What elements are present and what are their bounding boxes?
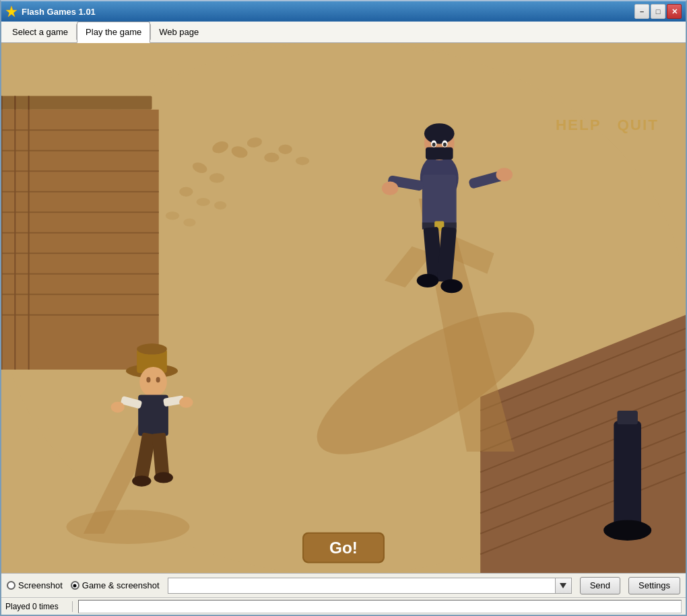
svg-point-55	[432, 143, 436, 147]
svg-rect-3	[1, 96, 152, 110]
svg-point-40	[214, 201, 226, 209]
svg-point-78	[179, 397, 193, 408]
svg-point-39	[197, 198, 210, 206]
svg-point-51	[424, 123, 455, 143]
svg-point-38	[179, 187, 193, 197]
main-window: Flash Games 1.01 – □ ✕ Select a game Pla…	[0, 0, 687, 616]
svg-point-48	[67, 510, 190, 544]
svg-point-77	[111, 402, 125, 413]
svg-marker-0	[6, 6, 17, 17]
settings-button[interactable]: Settings	[628, 577, 680, 594]
game-area[interactable]: HELP QUIT Go!	[1, 43, 686, 573]
menu-select-game[interactable]: Select a game	[4, 22, 76, 42]
svg-point-70	[137, 343, 167, 354]
svg-point-42	[183, 218, 195, 226]
svg-point-82	[154, 472, 173, 483]
status-input[interactable]	[78, 600, 682, 613]
played-text: Played 0 times	[5, 602, 67, 611]
svg-marker-91	[560, 583, 566, 588]
game-screenshot-label: Game & screenshot	[82, 580, 160, 590]
dropdown-wrap	[168, 578, 572, 594]
menu-bar: Select a game Play the game Web page	[1, 22, 686, 43]
status-divider	[72, 601, 73, 612]
status-bar: Played 0 times	[1, 597, 686, 615]
svg-point-37	[209, 173, 224, 182]
screenshot-label: Screenshot	[18, 580, 63, 590]
svg-point-35	[296, 157, 309, 165]
svg-point-73	[156, 377, 160, 382]
svg-rect-85	[617, 411, 637, 424]
maximize-button[interactable]: □	[651, 4, 665, 19]
svg-text:QUIT: QUIT	[617, 116, 659, 133]
svg-point-41	[166, 211, 179, 219]
svg-text:HELP: HELP	[556, 116, 601, 133]
minimize-button[interactable]: –	[634, 4, 649, 19]
svg-text:Go!: Go!	[329, 539, 358, 557]
screenshot-radio-circle[interactable]	[7, 581, 15, 590]
svg-rect-52	[426, 147, 453, 160]
svg-point-34	[278, 145, 292, 154]
title-bar: Flash Games 1.01 – □ ✕	[1, 1, 686, 22]
screenshot-radio[interactable]: Screenshot	[7, 580, 63, 590]
game-dropdown[interactable]	[168, 578, 556, 594]
svg-point-66	[417, 274, 439, 287]
svg-rect-83	[614, 421, 641, 531]
game-screenshot-radio[interactable]: Game & screenshot	[71, 580, 160, 590]
svg-point-72	[146, 377, 150, 382]
app-icon	[5, 5, 18, 18]
menu-play-game[interactable]: Play the game	[77, 22, 150, 43]
svg-point-84	[603, 520, 651, 540]
game-canvas: HELP QUIT Go!	[1, 43, 686, 573]
svg-point-33	[264, 153, 279, 162]
dropdown-arrow-button[interactable]	[556, 578, 572, 594]
svg-point-67	[440, 279, 463, 293]
svg-marker-20	[1, 110, 159, 370]
bottom-bar: Screenshot Game & screenshot Send Settin…	[1, 573, 686, 597]
game-screenshot-radio-circle[interactable]	[71, 581, 79, 590]
svg-point-63	[496, 168, 513, 181]
window-title: Flash Games 1.01	[22, 7, 634, 17]
send-button[interactable]: Send	[580, 577, 620, 594]
svg-point-56	[443, 143, 447, 147]
svg-point-62	[382, 182, 398, 195]
window-controls: – □ ✕	[634, 4, 682, 19]
close-button[interactable]: ✕	[667, 4, 682, 19]
svg-point-81	[132, 475, 151, 486]
menu-web-page[interactable]: Web page	[151, 22, 207, 42]
svg-point-71	[139, 367, 167, 397]
